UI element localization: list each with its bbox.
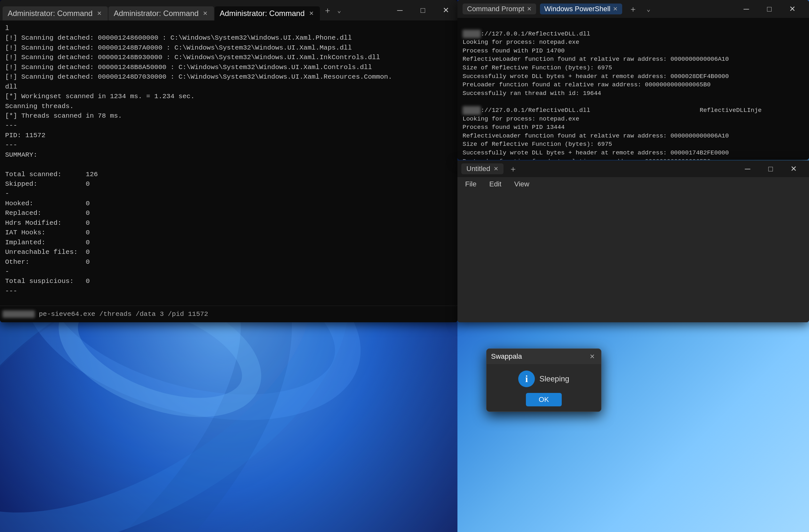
dialog-body: i Sleeping OK bbox=[486, 364, 601, 411]
cmd-right-tab-add[interactable]: ＋ bbox=[627, 3, 639, 15]
right-panel: Command Prompt ✕ Windows PowerShell ✕ ＋ … bbox=[458, 0, 809, 322]
cmd-tab-1-close[interactable]: ✕ bbox=[96, 10, 103, 17]
notepad-body[interactable] bbox=[458, 191, 809, 322]
notepad-menu-file[interactable]: File bbox=[463, 179, 479, 190]
cmd-left-input-text: pe-sieve64.exe /threads /data 3 /pid 115… bbox=[39, 311, 208, 318]
cmd-tab-1-label: Administrator: Command bbox=[8, 9, 92, 18]
cmd-left-input-prefix: REDACTED pe-sieve64.exe /threads /data 3… bbox=[3, 311, 455, 318]
cmd-tab-2-label: Administrator: Command bbox=[114, 9, 198, 18]
cmd-right-tab-cmd-close[interactable]: ✕ bbox=[527, 5, 532, 13]
cmd-left-tab-bar: Administrator: Command ✕ Administrator: … bbox=[3, 0, 388, 20]
cmd-right-body: https://127.0.0.1/ReflectiveDLL.dll Look… bbox=[458, 18, 809, 160]
cmd-input-blurred: REDACTED bbox=[3, 311, 35, 318]
swappala-dialog: Swappala ✕ i Sleeping OK bbox=[486, 349, 601, 412]
notepad-tab-close[interactable]: ✕ bbox=[494, 165, 498, 172]
cmd-left-window: Administrator: Command ✕ Administrator: … bbox=[0, 0, 458, 322]
cmd-right-tab-ps-label: Windows PowerShell bbox=[545, 5, 611, 13]
cmd-right-tab-cmd-label: Command Prompt bbox=[467, 5, 524, 13]
cmd-tab-2[interactable]: Administrator: Command ✕ bbox=[108, 6, 214, 20]
cmd-right-section1: https://127.0.0.1/ReflectiveDLL.dll Look… bbox=[463, 30, 762, 160]
cmd-right-close-button[interactable]: ✕ bbox=[781, 0, 804, 19]
cmd-right-window: Command Prompt ✕ Windows PowerShell ✕ ＋ … bbox=[458, 0, 809, 160]
cmd-left-input-bar: REDACTED pe-sieve64.exe /threads /data 3… bbox=[0, 306, 458, 322]
cmd-tab-3-close[interactable]: ✕ bbox=[308, 10, 315, 17]
cmd-right-titlebar: Command Prompt ✕ Windows PowerShell ✕ ＋ … bbox=[458, 0, 809, 18]
notepad-menu: File Edit View bbox=[458, 177, 809, 191]
notepad-menu-edit[interactable]: Edit bbox=[486, 179, 504, 190]
info-icon: i bbox=[518, 371, 535, 387]
cmd-left-titlebar-controls: ─ □ ✕ bbox=[388, 0, 458, 20]
dialog-ok-button[interactable]: OK bbox=[526, 393, 562, 406]
cmd-tab-3-label: Administrator: Command bbox=[220, 9, 305, 18]
dialog-icon-row: i Sleeping bbox=[493, 371, 595, 387]
dialog-message: Sleeping bbox=[539, 374, 569, 383]
cmd-tab-add[interactable]: ＋ bbox=[322, 4, 333, 16]
cmd-left-output: l [!] Scanning detached: 000001248600000… bbox=[5, 24, 392, 295]
notepad-minimize-button[interactable]: ─ bbox=[736, 160, 759, 179]
cmd-right-blurred-2: https bbox=[463, 106, 481, 115]
notepad-close-button[interactable]: ✕ bbox=[782, 160, 805, 179]
cmd-right-tab-dropdown[interactable]: ⌄ bbox=[643, 3, 654, 15]
cmd-right-tab-cmd[interactable]: Command Prompt ✕ bbox=[463, 3, 536, 14]
cmd-tab-dropdown[interactable]: ⌄ bbox=[333, 4, 345, 16]
cmd-left-maximize-button[interactable]: □ bbox=[411, 0, 434, 20]
cmd-right-tab-ps[interactable]: Windows PowerShell ✕ bbox=[540, 3, 622, 14]
dialog-titlebar: Swappala ✕ bbox=[486, 349, 601, 364]
notepad-titlebar: Untitled ✕ ＋ ─ □ ✕ bbox=[458, 160, 809, 177]
cmd-left-minimize-button[interactable]: ─ bbox=[388, 0, 411, 20]
dialog-close-button[interactable]: ✕ bbox=[588, 352, 597, 361]
cmd-right-maximize-button[interactable]: □ bbox=[758, 0, 781, 19]
cmd-left-titlebar: Administrator: Command ✕ Administrator: … bbox=[0, 0, 458, 20]
cmd-tab-3[interactable]: Administrator: Command ✕ bbox=[214, 6, 320, 20]
cmd-right-titlebar-controls: ─ □ ✕ bbox=[735, 0, 804, 18]
cmd-left-close-button[interactable]: ✕ bbox=[434, 0, 458, 20]
notepad-menu-view[interactable]: View bbox=[512, 179, 532, 190]
dialog-title: Swappala bbox=[491, 352, 522, 361]
cmd-left-body: l [!] Scanning detached: 000001248600000… bbox=[0, 20, 458, 306]
notepad-tab[interactable]: Untitled ✕ bbox=[461, 163, 503, 174]
cmd-right-tab-ps-close[interactable]: ✕ bbox=[613, 5, 618, 13]
notepad-tab-label: Untitled bbox=[466, 165, 490, 173]
notepad-window: Untitled ✕ ＋ ─ □ ✕ File Edit View bbox=[458, 160, 809, 322]
cmd-tab-2-close[interactable]: ✕ bbox=[202, 10, 209, 17]
cmd-right-blurred-1: https bbox=[463, 30, 481, 38]
cmd-tab-1[interactable]: Administrator: Command ✕ bbox=[3, 6, 108, 20]
notepad-maximize-button[interactable]: □ bbox=[759, 160, 782, 179]
notepad-titlebar-controls: ─ □ ✕ bbox=[736, 160, 805, 177]
cmd-right-minimize-button[interactable]: ─ bbox=[735, 0, 758, 19]
notepad-tab-add[interactable]: ＋ bbox=[507, 163, 519, 175]
